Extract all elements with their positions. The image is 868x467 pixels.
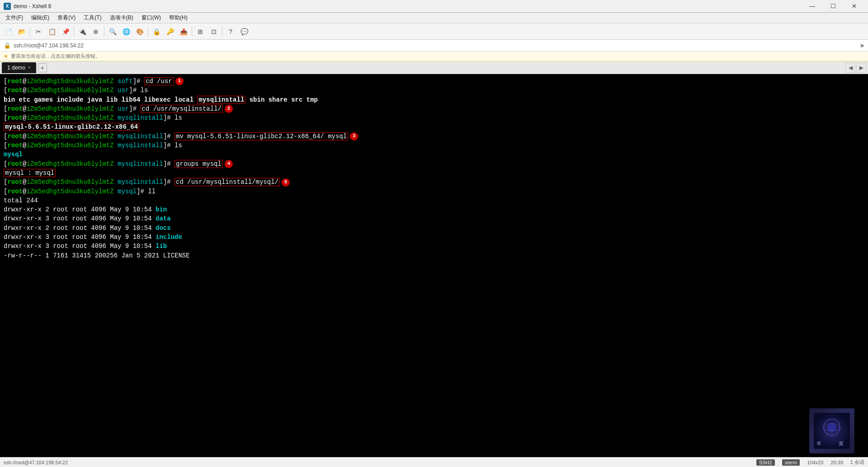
globe-btn[interactable]: 🌐	[120, 25, 132, 38]
terminal-line-11: mysql : mysql	[4, 168, 864, 177]
term-badge: xterm	[782, 459, 800, 466]
session-hint-bar: ★ 要添加当前会话，点击左侧的箭头按钮。	[0, 51, 868, 61]
disconnect-btn[interactable]: ⊗	[90, 25, 102, 38]
sep5	[192, 27, 192, 37]
terminal-line-12: [root@iZm5edhgt5dnu3ku6lylmtZ mysqlinsta…	[4, 177, 864, 187]
nav-arrows: ◀ ▶	[845, 63, 866, 73]
status-bar: ssh://root@47.104.198.54:22 SSH2 xterm 1…	[0, 457, 868, 467]
ssh-badge: SSH2	[756, 459, 775, 466]
terminal-line-9: mysql	[4, 150, 864, 159]
menu-help[interactable]: 帮助(H)	[165, 13, 191, 23]
window-title: demo - Xshell 6	[14, 3, 51, 9]
terminal-line-8: [root@iZm5edhgt5dnu3ku6lylmtZ mysqlinsta…	[4, 141, 864, 150]
grid-btn[interactable]: ⊞	[194, 25, 207, 38]
sep4	[148, 27, 148, 37]
minimize-button[interactable]: —	[802, 0, 823, 13]
lock-btn[interactable]: 🔒	[150, 25, 163, 38]
menu-file[interactable]: 文件(F)	[2, 13, 27, 23]
new-session-btn[interactable]: 📄	[2, 25, 14, 38]
status-sessions: 1 会话	[850, 459, 864, 466]
status-right: SSH2 xterm 104x20 20:39 1 会话	[756, 459, 864, 466]
menu-edit[interactable]: 编辑(E)	[28, 13, 53, 23]
scroll-arrow-right[interactable]: ▶	[861, 42, 864, 48]
status-size: 104x20	[807, 460, 823, 465]
session-tab-bar: 1 demo × + ◀ ▶	[0, 61, 868, 74]
file-entry-docs: drwxr-xr-x 2 root root 4096 May 9 10:54 …	[4, 224, 864, 233]
copy-btn[interactable]: 📋	[46, 25, 58, 38]
nav-right-btn[interactable]: ▶	[856, 63, 866, 73]
file-entry-license: -rw-r--r-- 1 7161 31415 200256 Jan 5 202…	[4, 251, 864, 260]
sep6	[222, 27, 222, 37]
status-address: ssh://root@47.104.198.54:22	[4, 460, 68, 465]
find-btn[interactable]: 🔍	[106, 25, 119, 38]
file-entry-bin: drwxr-xr-x 2 root root 4096 May 9 10:54 …	[4, 205, 864, 214]
tab-demo[interactable]: 1 demo ×	[2, 62, 36, 73]
svg-text:英: 英	[839, 441, 844, 446]
file-entry-include: drwxr-xr-x 3 root root 4096 May 9 10:54 …	[4, 233, 864, 242]
menu-tools[interactable]: 工具(T)	[80, 13, 105, 23]
menu-bar: 文件(F) 编辑(E) 查看(V) 工具(T) 选项卡(B) 窗口(W) 帮助(…	[0, 13, 868, 23]
terminal-line-6: mysql-5.6.51-linux-glibc2.12-x86_64	[4, 122, 864, 131]
help-btn[interactable]: ?	[224, 25, 237, 38]
lock-icon: 🔒	[4, 42, 11, 49]
new-tab-btn[interactable]: +	[38, 63, 47, 72]
terminal-line-10: [root@iZm5edhgt5dnu3ku6lylmtZ mysqlinsta…	[4, 159, 864, 168]
terminal-line-5: [root@iZm5edhgt5dnu3ku6lylmtZ mysqlinsta…	[4, 113, 864, 122]
sep1	[30, 27, 30, 37]
close-button[interactable]: ✕	[844, 0, 864, 13]
maximize-button[interactable]: ☐	[823, 0, 844, 13]
tab-label: 1 demo	[7, 65, 25, 71]
file-entry-lib: drwxr-xr-x 3 root root 4096 May 9 10:54 …	[4, 242, 864, 251]
terminal-line-1: [root@iZm5edhgt5dnu3ku6lylmtZ soft]# cd …	[4, 77, 864, 86]
toolbar: 📄 📂 ✂ 📋 📌 🔌 ⊗ 🔍 🌐 🎨 🔒 🔑 📤 ⊞ ⊡ ? 💬	[0, 23, 868, 40]
key-btn[interactable]: 🔑	[164, 25, 176, 38]
terminal-line-4: [root@iZm5edhgt5dnu3ku6lylmtZ usr]# cd /…	[4, 104, 864, 113]
cut-btn[interactable]: ✂	[32, 25, 45, 38]
svg-text:半: 半	[816, 441, 821, 446]
title-bar: X demo - Xshell 6 — ☐ ✕	[0, 0, 868, 13]
paste-btn[interactable]: 📌	[59, 25, 72, 38]
chat-btn[interactable]: 💬	[238, 25, 250, 38]
connect-btn[interactable]: 🔌	[76, 25, 89, 38]
address-text: ssh://root@47.104.198.54:22	[14, 42, 84, 49]
terminal-line-total: total 244	[4, 196, 864, 205]
terminal-line-13: [root@iZm5edhgt5dnu3ku6lylmtZ mysql]# ll	[4, 187, 864, 196]
terminal-line-7: [root@iZm5edhgt5dnu3ku6lylmtZ mysqlinsta…	[4, 132, 864, 141]
sep2	[74, 27, 74, 37]
terminal-line-3: bin etc games include java lib lib64 lib…	[4, 95, 864, 104]
menu-tabs[interactable]: 选项卡(B)	[106, 13, 137, 23]
nav-left-btn[interactable]: ◀	[845, 63, 855, 73]
sep3	[104, 27, 104, 37]
tab-close-btn[interactable]: ×	[28, 65, 31, 70]
address-bar: 🔒 ssh://root@47.104.198.54:22 ▶	[0, 40, 868, 51]
file-entry-data: drwxr-xr-x 3 root root 4096 May 9 10:54 …	[4, 214, 864, 223]
hint-icon: ★	[4, 53, 8, 59]
terminal[interactable]: [root@iZm5edhgt5dnu3ku6lylmtZ soft]# cd …	[0, 74, 868, 467]
overlay-widget: 半 英	[809, 408, 854, 453]
app-icon: X	[4, 3, 11, 10]
status-time: 20:39	[830, 460, 843, 465]
hint-text: 要添加当前会话，点击左侧的箭头按钮。	[11, 53, 100, 60]
window-controls: — ☐ ✕	[802, 0, 864, 13]
menu-view[interactable]: 查看(V)	[54, 13, 79, 23]
open-btn[interactable]: 📂	[15, 25, 28, 38]
transfer-btn[interactable]: 📤	[177, 25, 190, 38]
color-btn[interactable]: 🎨	[133, 25, 146, 38]
terminal-line-2: [root@iZm5edhgt5dnu3ku6lylmtZ usr]# ls	[4, 86, 864, 95]
stop-btn[interactable]: ⊡	[208, 25, 220, 38]
menu-window[interactable]: 窗口(W)	[138, 13, 165, 23]
